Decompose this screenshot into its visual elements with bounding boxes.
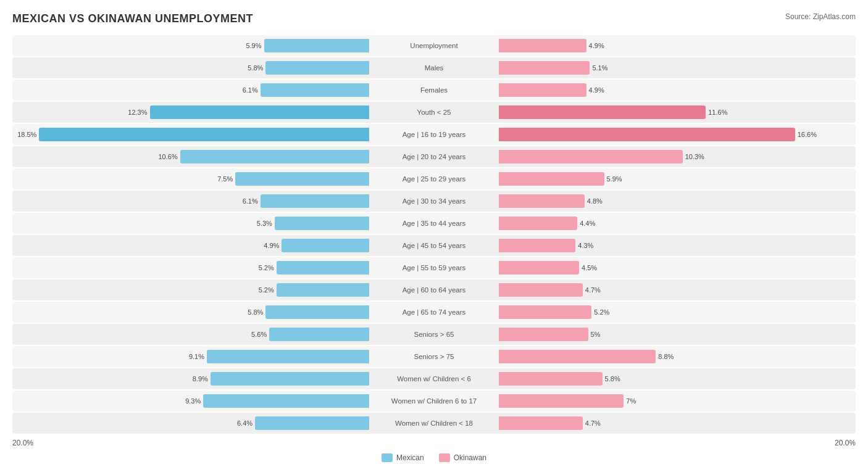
bar-right: 5.1% <box>499 61 590 75</box>
bar-row: 7.5% Age | 25 to 29 years 5.9% <box>12 168 856 189</box>
bar-row: 5.6% Seniors > 65 5% <box>12 324 856 345</box>
bar-left: 9.3% <box>203 394 369 408</box>
bar-left: 6.4% <box>255 416 369 430</box>
right-section: 4.9% <box>499 80 856 101</box>
bar-row: 5.8% Males 5.1% <box>12 57 856 78</box>
left-value: 6.4% <box>237 419 252 427</box>
center-label: Females <box>369 86 499 94</box>
bar-row: 9.1% Seniors > 75 8.8% <box>12 346 856 367</box>
bar-right: 4.5% <box>499 261 579 275</box>
right-value: 4.7% <box>585 286 601 294</box>
center-label: Seniors > 65 <box>369 331 499 338</box>
left-section: 12.3% <box>12 102 369 123</box>
bar-row: 12.3% Youth < 25 11.6% <box>12 102 856 123</box>
left-value: 5.9% <box>246 42 261 49</box>
legend-mexican-label: Mexican <box>396 453 424 462</box>
left-section: 5.8% <box>12 302 369 323</box>
legend-okinawan: Okinawan <box>439 453 486 462</box>
bar-row: 8.9% Women w/ Children < 6 5.8% <box>12 368 856 389</box>
center-label: Age | 65 to 74 years <box>369 308 499 316</box>
left-section: 6.1% <box>12 191 369 212</box>
bar-row: 5.2% Age | 55 to 59 years 4.5% <box>12 257 856 278</box>
bar-right: 11.6% <box>499 105 706 119</box>
center-label: Youth < 25 <box>369 109 499 116</box>
bar-right: 7% <box>499 394 624 408</box>
left-section: 4.9% <box>12 235 369 256</box>
bar-left: 5.3% <box>275 217 369 230</box>
rows-container: 5.9% Unemployment 4.9% 5.8% Males 5.1% 6… <box>12 35 856 434</box>
left-section: 9.1% <box>12 346 369 367</box>
right-section: 7% <box>499 391 856 411</box>
right-value: 4.9% <box>589 42 604 49</box>
right-section: 4.8% <box>499 191 856 212</box>
right-section: 16.6% <box>499 124 856 145</box>
chart-container: MEXICAN VS OKINAWAN UNEMPLOYMENT Source:… <box>0 0 868 467</box>
bar-right: 4.9% <box>499 83 586 97</box>
right-value: 4.8% <box>587 197 603 205</box>
left-section: 9.3% <box>12 391 369 411</box>
right-value: 7% <box>626 397 636 405</box>
left-value: 5.3% <box>257 220 272 227</box>
axis-right: 20.0% <box>835 439 856 447</box>
left-value: 7.5% <box>217 175 233 183</box>
bar-left: 4.9% <box>282 239 369 252</box>
right-section: 4.7% <box>499 279 856 300</box>
center-label: Age | 25 to 29 years <box>369 175 499 183</box>
bar-left: 9.1% <box>207 350 369 363</box>
right-value: 4.4% <box>580 220 595 227</box>
right-section: 5.8% <box>499 368 856 389</box>
left-value: 5.8% <box>248 64 263 72</box>
legend-okinawan-box <box>439 453 450 462</box>
bar-right: 5.9% <box>499 172 604 186</box>
chart-header: MEXICAN VS OKINAWAN UNEMPLOYMENT Source:… <box>12 12 856 25</box>
left-value: 4.9% <box>264 242 279 249</box>
bar-left: 10.6% <box>180 150 369 163</box>
bar-row: 6.1% Age | 30 to 34 years 4.8% <box>12 191 856 212</box>
bar-right: 4.7% <box>499 416 583 430</box>
bar-right: 4.8% <box>499 194 585 208</box>
left-value: 5.6% <box>251 331 267 338</box>
bar-left: 5.8% <box>265 61 369 75</box>
left-value: 6.1% <box>243 86 258 94</box>
bar-left: 8.9% <box>211 372 369 386</box>
left-value: 8.9% <box>193 375 208 382</box>
center-label: Women w/ Children < 18 <box>369 419 499 427</box>
bar-right: 4.7% <box>499 283 583 297</box>
bar-right: 16.6% <box>499 128 795 141</box>
axis-row: 20.0% 20.0% <box>12 439 856 447</box>
left-value: 10.6% <box>158 153 177 160</box>
center-label: Age | 20 to 24 years <box>369 153 499 160</box>
bar-right: 10.3% <box>499 150 683 163</box>
left-section: 5.3% <box>12 213 369 234</box>
legend-mexican-box <box>382 453 393 462</box>
left-value: 9.3% <box>185 397 201 405</box>
left-section: 6.4% <box>12 413 369 434</box>
bar-left: 5.2% <box>277 283 369 297</box>
bar-right: 4.9% <box>499 39 586 52</box>
left-value: 5.2% <box>259 264 274 271</box>
right-value: 16.6% <box>798 131 817 138</box>
right-section: 4.9% <box>499 35 856 56</box>
left-section: 5.2% <box>12 257 369 278</box>
center-label: Age | 55 to 59 years <box>369 264 499 271</box>
bar-left: 5.8% <box>265 305 369 319</box>
left-section: 8.9% <box>12 368 369 389</box>
right-value: 4.5% <box>582 264 597 271</box>
bar-right: 5% <box>499 328 588 341</box>
left-section: 6.1% <box>12 80 369 101</box>
left-value: 18.5% <box>17 131 36 138</box>
right-value: 5.1% <box>592 64 607 72</box>
center-label: Age | 60 to 64 years <box>369 286 499 294</box>
center-label: Women w/ Children 6 to 17 <box>369 397 499 405</box>
right-section: 4.7% <box>499 413 856 434</box>
left-section: 5.9% <box>12 35 369 56</box>
right-section: 11.6% <box>499 102 856 123</box>
bar-row: 5.3% Age | 35 to 44 years 4.4% <box>12 213 856 234</box>
left-value: 5.2% <box>259 286 274 294</box>
center-label: Males <box>369 64 499 72</box>
center-label: Age | 35 to 44 years <box>369 220 499 227</box>
bar-right: 5.2% <box>499 305 591 319</box>
chart-title: MEXICAN VS OKINAWAN UNEMPLOYMENT <box>12 12 253 25</box>
chart-source: Source: ZipAtlas.com <box>785 12 856 21</box>
bar-row: 6.1% Females 4.9% <box>12 80 856 101</box>
